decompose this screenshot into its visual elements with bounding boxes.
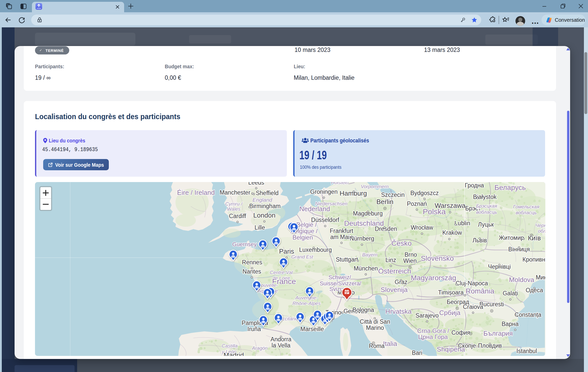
svg-text:Iruña: Iruña	[248, 326, 261, 332]
svg-text:Bayern: Bayern	[362, 252, 378, 257]
svg-text:Київ: Київ	[528, 234, 541, 242]
svg-text:Варна: Варна	[502, 321, 519, 327]
svg-text:România: România	[466, 287, 494, 295]
svg-text:Manchester: Manchester	[220, 189, 251, 196]
svg-text:Brno: Brno	[405, 251, 417, 258]
svg-text:Slovenija: Slovenija	[381, 286, 408, 294]
svg-text:Constanța: Constanța	[515, 311, 542, 318]
svg-text:Italia: Italia	[383, 340, 397, 347]
svg-text:Galați: Galați	[503, 290, 518, 297]
svg-text:Cardiff: Cardiff	[229, 213, 246, 219]
svg-text:вобласць: вобласць	[476, 209, 497, 215]
svg-text:Groningen: Groningen	[310, 188, 337, 195]
svg-text:Nürnberg: Nürnberg	[350, 235, 374, 242]
svg-text:İstanbul: İstanbul	[516, 348, 537, 354]
svg-text:België /: België /	[296, 221, 317, 228]
svg-text:Centre-Val: Centre-Val	[270, 270, 293, 275]
svg-text:Grand Est: Grand Est	[291, 254, 313, 260]
svg-text:Sheffield: Sheffield	[256, 190, 278, 196]
svg-text:Sarajevo: Sarajevo	[416, 312, 439, 319]
svg-text:la Vella: la Vella	[272, 342, 290, 349]
svg-text:Madrid: Madrid	[224, 351, 244, 356]
svg-text:Cluj-Napoca: Cluj-Napoca	[456, 280, 488, 287]
svg-text:Луцьк: Луцьк	[478, 221, 494, 228]
svg-text:обла: обла	[538, 228, 545, 234]
svg-text:Hrvatska: Hrvatska	[385, 308, 412, 315]
svg-text:Hamburg: Hamburg	[340, 189, 367, 197]
svg-text:Belgien: Belgien	[292, 234, 313, 241]
svg-text:Holstein: Holstein	[331, 182, 349, 185]
svg-text:Roma: Roma	[369, 343, 385, 349]
svg-text:Dresden: Dresden	[375, 226, 397, 232]
svg-text:Slovensko: Slovensko	[421, 254, 454, 262]
svg-text:Wien: Wien	[403, 257, 417, 264]
svg-text:Österreich: Österreich	[378, 267, 411, 275]
svg-text:Черніг: Черніг	[535, 223, 545, 228]
svg-text:Cymru /: Cymru /	[225, 201, 243, 207]
svg-text:Мико: Мико	[536, 274, 545, 281]
svg-text:Frankfurt: Frankfurt	[330, 228, 354, 234]
svg-text:Житомир: Житомир	[499, 234, 524, 241]
svg-text:Србија: Србија	[439, 309, 461, 317]
svg-text:Česko: Česko	[391, 239, 411, 247]
svg-text:Niedersachsen: Niedersachsen	[315, 201, 348, 206]
svg-text:Luxembourg: Luxembourg	[299, 246, 332, 253]
svg-text:Rennes: Rennes	[242, 259, 262, 266]
svg-text:Rhône-Alpes: Rhône-Alpes	[292, 301, 321, 306]
svg-text:Craiova: Craiova	[463, 303, 483, 310]
svg-text:вобласць: вобласць	[516, 210, 537, 215]
svg-text:England: England	[252, 197, 272, 203]
svg-text:Гродна: Гродна	[465, 182, 484, 189]
svg-text:Schweiz/: Schweiz/	[328, 274, 351, 280]
svg-text:Guernsey: Guernsey	[232, 241, 256, 247]
svg-text:Скопје: Скопје	[458, 342, 476, 349]
svg-text:България: България	[484, 330, 513, 337]
svg-text:Aragón: Aragón	[252, 345, 267, 351]
svg-text:Wales: Wales	[227, 206, 241, 212]
svg-text:Birmingham: Birmingham	[249, 203, 281, 209]
svg-text:Marino: Marino	[366, 324, 384, 331]
svg-text:Poznań: Poznań	[407, 200, 427, 207]
svg-text:Kraków: Kraków	[442, 229, 462, 236]
svg-text:Lublin: Lublin	[454, 220, 470, 227]
svg-text:London: London	[253, 211, 276, 219]
svg-text:am Main: am Main	[330, 234, 353, 240]
svg-text:Marseille: Marseille	[300, 326, 324, 332]
svg-text:Berlin: Berlin	[377, 198, 393, 206]
svg-text:Leeds: Leeds	[248, 182, 264, 186]
svg-text:Szczecin: Szczecin	[381, 191, 405, 198]
svg-text:Magyarország: Magyarország	[411, 274, 456, 282]
svg-text:Bari: Bari	[412, 350, 422, 356]
svg-text:София: София	[451, 329, 470, 336]
svg-text:Vorpommern: Vorpommern	[361, 184, 389, 189]
svg-text:Wrocław: Wrocław	[411, 224, 433, 231]
svg-text:Crna Gora /: Crna Gora /	[417, 327, 449, 334]
svg-text:Éire / Ireland: Éire / Ireland	[177, 189, 215, 196]
svg-text:Црна Гора: Црна Гора	[418, 333, 448, 340]
svg-text:Гомельская: Гомельская	[513, 204, 539, 209]
svg-text:München: München	[354, 265, 378, 272]
svg-text:Linz: Linz	[385, 257, 396, 263]
svg-text:Timișoara: Timișoara	[438, 289, 464, 296]
svg-text:Białystok: Białystok	[473, 194, 497, 200]
svg-text:Кропивницький: Кропивницький	[523, 256, 545, 263]
svg-text:Città di San: Città di San	[360, 318, 390, 325]
svg-text:Moldova: Moldova	[509, 276, 534, 284]
svg-text:Warszawa: Warszawa	[435, 202, 466, 209]
svg-text:Bydgoszcz: Bydgoszcz	[410, 190, 439, 196]
svg-text:Stuttgart: Stuttgart	[336, 256, 358, 263]
svg-text:Lille: Lille	[255, 224, 265, 231]
svg-text:Bologna: Bologna	[352, 307, 374, 313]
svg-text:Castilla: Castilla	[222, 343, 238, 348]
svg-text:Auvergne-: Auvergne-	[295, 295, 318, 300]
svg-text:Беларусь: Беларусь	[495, 184, 526, 191]
svg-text:Брэсцкая: Брэсцкая	[476, 203, 497, 209]
svg-text:Nantes: Nantes	[243, 268, 261, 275]
